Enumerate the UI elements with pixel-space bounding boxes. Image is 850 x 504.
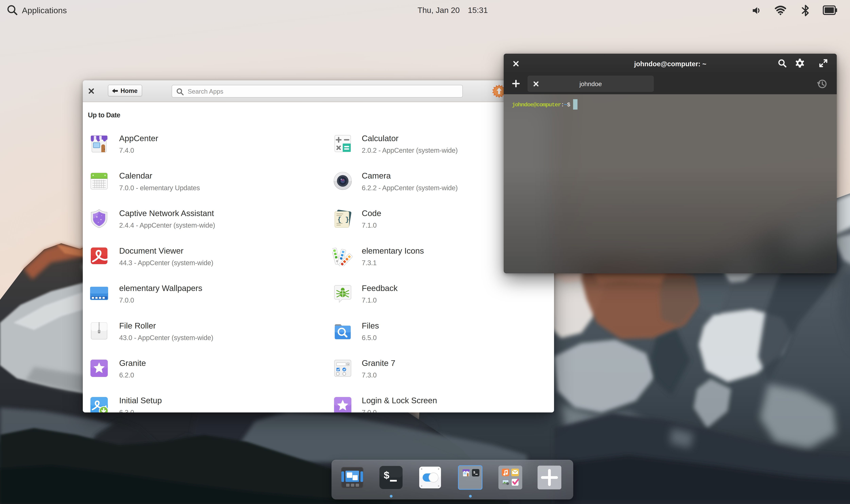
svg-text:$: $ [383,470,389,482]
svg-text:$: $ [473,470,475,474]
svg-text:{ }: { } [337,216,349,223]
